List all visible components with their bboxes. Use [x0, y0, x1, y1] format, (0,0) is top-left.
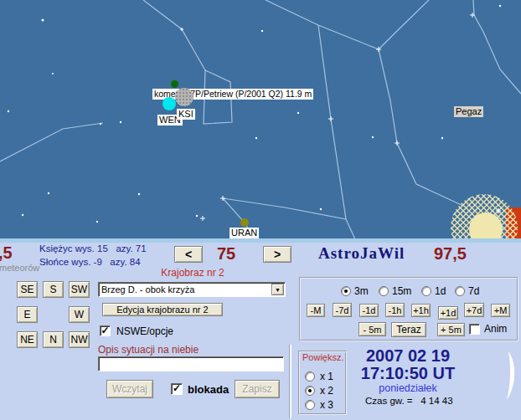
nswe-checkbox-label: NSWE/opcje	[116, 325, 173, 337]
direction-w-button[interactable]: W	[69, 306, 90, 323]
sun-altitude-line: Słońce wys. -9 azy. 84	[39, 257, 141, 267]
zoom-x1-radio[interactable]	[305, 371, 315, 382]
bright-stars	[180, 13, 475, 221]
anim-checkbox[interactable]	[469, 324, 480, 335]
now-button[interactable]: Teraz	[391, 322, 426, 337]
step-plus-1h-button[interactable]: +1h	[411, 304, 431, 317]
interval-1d-radio[interactable]	[421, 286, 431, 296]
sidereal-time-display: Czas gw. = 4 14 43	[365, 396, 453, 406]
zoom-x1-label[interactable]: x 1	[320, 371, 333, 382]
azimuth-left-value: ,5	[0, 244, 13, 261]
moon-label: KSI	[177, 109, 195, 120]
pan-right-button[interactable]: >	[263, 246, 291, 263]
comet-dot	[171, 80, 178, 88]
nswe-checkbox[interactable]: ✓	[100, 325, 111, 336]
minus-5m-button[interactable]: - 5m	[359, 322, 386, 336]
step-plus-7d-button[interactable]: +7d	[464, 303, 484, 317]
app-title: AstroJaWil	[318, 244, 405, 263]
moon-crescent-icon	[499, 346, 521, 405]
step-minus-1d-button[interactable]: -1d	[359, 304, 379, 317]
direction-ne-button[interactable]: NE	[17, 331, 38, 348]
direction-s-button[interactable]: S	[43, 281, 64, 298]
save-button[interactable]: Zapisz	[235, 380, 280, 398]
interval-15m-radio[interactable]	[379, 286, 389, 296]
pegasus-label: Pegaz	[454, 106, 483, 117]
interval-1d-label[interactable]: 1d	[435, 285, 446, 297]
time-display: 17:10:50 UT	[355, 364, 461, 383]
sky-description-input[interactable]	[98, 356, 284, 371]
interval-7d-label[interactable]: 7d	[468, 285, 479, 297]
interval-15m-label[interactable]: 15m	[392, 285, 411, 297]
zoom-x3-label[interactable]: x 3	[320, 399, 333, 411]
direction-se-button[interactable]: SE	[17, 281, 38, 298]
dropdown-arrow-icon[interactable]: ▼	[271, 284, 284, 295]
pan-left-button[interactable]: <	[174, 246, 203, 263]
step-plus-1d-button[interactable]: +1d	[438, 306, 458, 320]
moon-altitude-line: Księżyc wys. 15 azy. 71	[39, 243, 147, 254]
step-minus-1h-button[interactable]: -1h	[385, 303, 405, 317]
lock-checkbox[interactable]: ✓	[171, 383, 183, 395]
load-button[interactable]: Wczytaj	[106, 380, 153, 398]
uranus-label: URAN	[230, 228, 259, 238]
zoom-x2-radio[interactable]	[305, 386, 315, 396]
meteor-text: meteorów	[0, 263, 39, 273]
panel-divider	[289, 345, 291, 418]
anim-checkbox-label: Anim	[484, 323, 507, 335]
edit-landscape-button[interactable]: Edycja krajobrazu nr 2	[102, 303, 223, 316]
direction-sw-button[interactable]: SW	[69, 281, 90, 298]
date-display: 2007 02 19	[355, 346, 461, 366]
lock-checkbox-label: blokada	[188, 383, 229, 396]
astrojawil-window: kometa 97P/Petriew (P/2001 Q2) 11.9 m WE…	[0, 0, 521, 420]
zoom-x3-radio[interactable]	[305, 400, 315, 410]
constellation-lines	[0, 0, 521, 239]
interval-3m-label[interactable]: 3m	[354, 285, 369, 297]
azimuth-right-value: 97,5	[434, 245, 467, 262]
zoom-group-title: Powiększ.	[302, 352, 345, 362]
azimuth-center-value: 75	[208, 245, 245, 262]
direction-e-button[interactable]: E	[17, 306, 38, 323]
venus-disc	[162, 97, 176, 110]
sky-canvas	[0, 0, 521, 239]
direction-n-button[interactable]: N	[43, 331, 64, 348]
landscape-caption: Krajobraz nr 2	[141, 267, 245, 279]
zoom-x2-label[interactable]: x 2	[320, 385, 333, 397]
stars	[8, 5, 501, 223]
interval-7d-radio[interactable]	[455, 286, 465, 296]
step-minus-7d-button[interactable]: -7d	[333, 303, 352, 317]
uranus-dot	[240, 218, 249, 227]
interval-3m-radio[interactable]	[341, 286, 351, 296]
landscape-dropdown[interactable]: Brzeg D. - obok krzyża ▼	[98, 282, 286, 297]
sky-description-label: Opis sytuacji na niebie	[98, 344, 199, 356]
direction-nw-button[interactable]: NW	[69, 331, 90, 348]
step-plus-month-button[interactable]: +M	[491, 304, 510, 317]
step-minus-month-button[interactable]: -M	[307, 304, 325, 317]
weekday-display: poniedziałek	[355, 382, 461, 394]
sky-map[interactable]: kometa 97P/Petriew (P/2001 Q2) 11.9 m WE…	[0, 0, 521, 239]
moon-disc	[175, 88, 193, 106]
plus-5m-button[interactable]: + 5m	[437, 323, 465, 336]
landscape-dropdown-value: Brzeg D. - obok krzyża	[101, 284, 194, 295]
